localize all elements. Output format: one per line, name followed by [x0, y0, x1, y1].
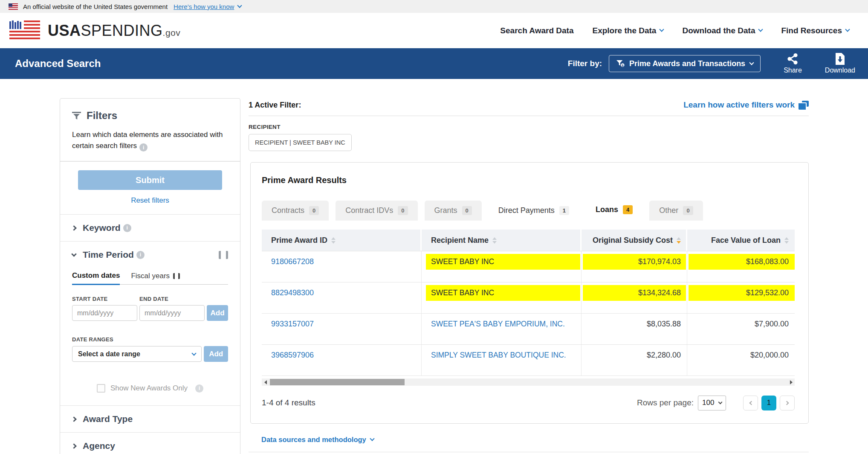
- tab-label: Other: [659, 206, 678, 215]
- column-label: Face Value of Loan: [711, 236, 781, 245]
- heres-how-you-know-link[interactable]: Here’s how you know: [174, 3, 241, 10]
- recipient-group-label: RECIPIENT: [249, 124, 809, 130]
- nav-search-award-data[interactable]: Search Award Data: [500, 26, 573, 35]
- share-button[interactable]: Share: [784, 53, 802, 74]
- logo-text: USASPENDING.gov: [48, 22, 180, 40]
- section-keyword[interactable]: Keyword: [60, 214, 240, 241]
- chevron-left-icon: [749, 401, 753, 405]
- info-icon[interactable]: [123, 224, 131, 232]
- column-header-original-subsidy-cost[interactable]: Original Subsidy Cost: [582, 230, 686, 251]
- tab-custom-dates[interactable]: Custom dates: [72, 271, 120, 285]
- award-id-link[interactable]: 9933157007: [271, 320, 314, 328]
- tab-contract-idvs[interactable]: Contract IDVs0: [336, 201, 417, 221]
- nav-download-the-data[interactable]: Download the Data: [682, 26, 762, 35]
- section-award-type[interactable]: Award Type: [60, 405, 240, 432]
- usaspending-logo[interactable]: USASPENDING.gov: [9, 20, 180, 42]
- award-id-link[interactable]: 8829498300: [271, 288, 314, 297]
- svg-text:$: $: [622, 64, 624, 67]
- end-date-input[interactable]: [139, 305, 205, 321]
- sort-icon-active-desc[interactable]: [677, 237, 681, 244]
- column-header-prime-award-id[interactable]: Prime Award ID: [262, 230, 420, 251]
- sort-icon[interactable]: [784, 237, 789, 244]
- section-time-period: Time Period Custom dates Fiscal years ST…: [60, 241, 240, 405]
- show-new-awards-label: Show New Awards Only: [110, 384, 188, 393]
- reset-filters-link[interactable]: Reset filters: [78, 196, 222, 205]
- learn-active-filters-link[interactable]: Learn how active filters work: [683, 100, 809, 110]
- column-label: Original Subsidy Cost: [593, 236, 673, 245]
- glossary-book-icon[interactable]: [219, 251, 228, 259]
- page-1-button[interactable]: 1: [761, 396, 776, 410]
- filters-title: Filters: [87, 110, 117, 122]
- nav-explore-the-data[interactable]: Explore the Data: [593, 26, 664, 35]
- info-icon[interactable]: [136, 251, 145, 259]
- keyword-label: Keyword: [83, 223, 121, 233]
- agency-label: Agency: [83, 441, 115, 451]
- tab-loans[interactable]: Loans4: [586, 198, 642, 221]
- filter-by-label: Filter by:: [568, 59, 602, 68]
- scroll-right-arrow[interactable]: [787, 378, 795, 386]
- scroll-left-arrow[interactable]: [262, 378, 269, 386]
- recipient-name-link[interactable]: SIMPLY SWEET BABY BOUTIQUE INC.: [431, 351, 566, 359]
- filter-by-select[interactable]: $ Prime Awards and Transactions: [609, 55, 761, 72]
- download-label: Download: [825, 67, 855, 74]
- section-agency[interactable]: Agency: [60, 432, 240, 454]
- download-icon: [835, 53, 845, 65]
- scrollbar-thumb[interactable]: [270, 379, 405, 385]
- add-dates-button[interactable]: Add: [207, 305, 228, 321]
- filters-panel: Filters Learn which data elements are as…: [60, 98, 240, 454]
- table-row: 8829498300 SWEET BABY INC $134,324.68 $1…: [262, 282, 795, 314]
- pagination: 1-4 of 4 results Rows per page: 100 1: [262, 395, 795, 410]
- award-id-link[interactable]: 3968597906: [271, 351, 314, 359]
- horizontal-scrollbar[interactable]: [262, 378, 795, 386]
- table-header: Prime Award ID Recipient Name Original S…: [262, 230, 795, 251]
- recipient-name-link[interactable]: SWEET PEA'S BABY EMPORIUM, INC.: [431, 320, 565, 328]
- date-range-select[interactable]: Select a date range: [72, 346, 202, 362]
- download-button[interactable]: Download: [825, 53, 855, 74]
- recipient-filter-chip[interactable]: RECIPIENT | SWEET BABY INC: [249, 134, 352, 151]
- info-icon[interactable]: [139, 143, 148, 151]
- column-label: Prime Award ID: [271, 236, 327, 245]
- time-period-tabs: Custom dates Fiscal years: [72, 271, 228, 285]
- tab-other[interactable]: Other0: [649, 201, 703, 221]
- add-date-range-button[interactable]: Add: [204, 346, 228, 362]
- face-value-of-loan-value: $7,900.00: [689, 316, 795, 332]
- chevron-right-icon: [71, 416, 77, 422]
- tab-fiscal-years[interactable]: Fiscal years: [131, 272, 180, 284]
- tab-label: Contracts: [272, 206, 304, 215]
- previous-page-button[interactable]: [743, 396, 758, 410]
- next-page-button[interactable]: [780, 396, 795, 410]
- pages-icon: [799, 101, 809, 110]
- rows-per-page-select[interactable]: 100: [698, 396, 726, 410]
- column-label: Recipient Name: [431, 236, 489, 245]
- sort-icon[interactable]: [492, 237, 497, 244]
- table-row: 9180667208 SWEET BABY INC $170,974.03 $1…: [262, 251, 795, 282]
- face-value-of-loan-value: $20,000.00: [689, 347, 795, 363]
- table-row: 9933157007 SWEET PEA'S BABY EMPORIUM, IN…: [262, 314, 795, 345]
- filters-description: Learn which data elements are associated…: [72, 129, 228, 151]
- time-period-header[interactable]: Time Period: [60, 241, 240, 268]
- tab-label: Grants: [434, 206, 457, 215]
- logo-usa: USA: [48, 22, 81, 40]
- top-nav: USASPENDING.gov Search Award Data Explor…: [0, 13, 868, 48]
- sort-icon[interactable]: [331, 237, 336, 244]
- show-new-awards-checkbox[interactable]: [97, 384, 105, 393]
- funnel-dollar-icon: $: [616, 60, 625, 67]
- chevron-down-icon: [758, 27, 763, 32]
- tab-direct-payments[interactable]: Direct Payments1: [489, 201, 579, 221]
- results-table: Prime Award ID Recipient Name Original S…: [262, 230, 795, 376]
- filter-funnel-icon: [72, 112, 81, 120]
- tab-count-badge: 0: [683, 206, 693, 215]
- info-icon[interactable]: [195, 384, 203, 393]
- column-header-recipient-name[interactable]: Recipient Name: [422, 230, 580, 251]
- submit-button[interactable]: Submit: [78, 170, 222, 190]
- nav-find-resources[interactable]: Find Resources: [781, 26, 849, 35]
- award-id-link[interactable]: 9180667208: [271, 257, 314, 266]
- tab-grants[interactable]: Grants0: [425, 201, 482, 221]
- table-row: 3968597906 SIMPLY SWEET BABY BOUTIQUE IN…: [262, 345, 795, 376]
- column-header-face-value-of-loan[interactable]: Face Value of Loan: [687, 230, 795, 251]
- start-date-input[interactable]: [72, 305, 137, 321]
- tab-contracts[interactable]: Contracts0: [262, 201, 329, 221]
- chevron-down-icon: [237, 3, 242, 8]
- data-sources-link[interactable]: Data sources and methodology: [261, 436, 374, 444]
- time-period-label: Time Period: [83, 250, 134, 260]
